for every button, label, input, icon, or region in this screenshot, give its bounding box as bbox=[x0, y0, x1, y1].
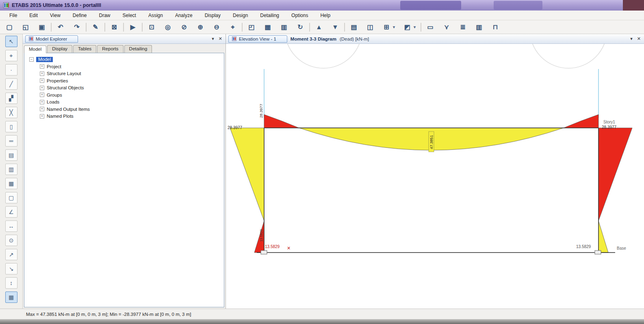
lock-model-button[interactable]: ⊠ bbox=[109, 22, 119, 32]
quick-draw-braces-tool[interactable]: ╳ bbox=[5, 107, 17, 118]
toolbar-separator[interactable] bbox=[86, 23, 87, 32]
menu-item[interactable]: Draw bbox=[93, 11, 117, 20]
toolbar-separator[interactable] bbox=[242, 23, 243, 32]
toolbar-separator[interactable] bbox=[421, 23, 421, 32]
draw-frame-tool[interactable]: ╱ bbox=[5, 78, 17, 90]
collapse-panel-icon[interactable]: ▾ bbox=[630, 36, 633, 41]
expand-twisty-icon[interactable]: + bbox=[40, 100, 44, 104]
three-d-view-button[interactable]: ◰ bbox=[246, 22, 257, 32]
edit-view-button[interactable]: ◫ bbox=[365, 22, 375, 32]
tree-item[interactable]: + Project bbox=[26, 63, 222, 70]
close-panel-icon[interactable]: ✕ bbox=[637, 36, 641, 41]
explorer-tab[interactable]: Detailing bbox=[124, 45, 152, 53]
quick-draw-frame-tool[interactable]: ▞ bbox=[5, 93, 17, 104]
snap-intersections-tool[interactable]: ↕ bbox=[5, 277, 17, 289]
rotate-view-button[interactable]: ↻ bbox=[295, 22, 306, 32]
tree-item[interactable]: + Named Output Items bbox=[26, 106, 222, 113]
shift-story-down-button[interactable]: ▼ bbox=[330, 22, 340, 32]
tree-item[interactable]: + Loads bbox=[26, 99, 222, 106]
previous-zoom-button[interactable]: ⊘ bbox=[179, 22, 189, 32]
menu-item[interactable]: File bbox=[3, 11, 23, 20]
explorer-tab[interactable]: Display bbox=[47, 45, 72, 53]
toolbar-separator[interactable] bbox=[344, 23, 345, 32]
edit-pencil-button[interactable]: ✎ bbox=[90, 22, 101, 32]
expand-twisty-icon[interactable]: + bbox=[40, 71, 44, 76]
snap-lines-tool[interactable]: ↘ bbox=[5, 263, 17, 274]
show-deformed-shape-button[interactable]: ≣ bbox=[458, 22, 468, 32]
plan-view-button[interactable]: ▦ bbox=[262, 22, 273, 32]
menu-item[interactable]: Display bbox=[199, 11, 227, 20]
reshape-tool[interactable]: ⌖ bbox=[5, 50, 17, 61]
menu-item[interactable]: Design bbox=[227, 11, 254, 20]
left-support[interactable] bbox=[261, 251, 267, 254]
menu-item[interactable]: Detailing bbox=[254, 11, 285, 20]
new-model-button[interactable]: ▢ bbox=[4, 22, 15, 32]
elevation-view-title-tab[interactable]: Elevation View - 1 bbox=[228, 35, 287, 43]
expand-twisty-icon[interactable]: + bbox=[40, 78, 44, 83]
draw-reference-point-tool[interactable]: ⊙ bbox=[5, 235, 17, 246]
quick-draw-wall-tool[interactable]: ▥ bbox=[5, 164, 17, 175]
run-analysis-button[interactable]: ▶ bbox=[128, 22, 138, 32]
menu-item[interactable]: Assign bbox=[142, 11, 169, 20]
draw-wall-tool[interactable]: ▤ bbox=[5, 149, 17, 161]
zoom-in-button[interactable]: ⊕ bbox=[195, 22, 206, 32]
draw-floor-tool[interactable]: ▦ bbox=[5, 178, 17, 189]
model-tables-button[interactable]: ▤ bbox=[349, 22, 359, 32]
toolbar-separator[interactable] bbox=[309, 23, 310, 32]
elevation-view-canvas[interactable]: 28.3977 28.3977 47.3851 Story1 28.3977 1… bbox=[226, 44, 644, 309]
quick-draw-column-tool[interactable]: ▯ bbox=[5, 121, 17, 132]
expand-twisty-icon[interactable]: + bbox=[40, 64, 44, 69]
menu-item[interactable]: Analyze bbox=[169, 11, 199, 20]
show-member-forces-button[interactable]: ▥ bbox=[474, 22, 484, 32]
draw-joint-tool[interactable]: · bbox=[5, 64, 17, 76]
tree-root-row[interactable]: − Model bbox=[26, 56, 222, 63]
tree-root-label[interactable]: Model bbox=[36, 57, 53, 62]
explorer-tab[interactable]: Tables bbox=[73, 45, 96, 53]
expand-twisty-icon[interactable]: + bbox=[40, 93, 44, 97]
expand-twisty-icon[interactable]: + bbox=[40, 114, 44, 119]
collapse-panel-icon[interactable]: ▾ bbox=[212, 36, 214, 41]
toolbar-separator[interactable] bbox=[104, 23, 105, 32]
quick-draw-beam-tool[interactable]: ═ bbox=[5, 135, 17, 147]
zoom-out-button[interactable]: ⊖ bbox=[211, 22, 222, 32]
rubber-band-zoom-button[interactable]: ⊡ bbox=[146, 22, 157, 32]
toolbar-separator[interactable] bbox=[123, 23, 124, 32]
menu-item[interactable]: Options bbox=[285, 11, 314, 20]
toolbar-separator[interactable] bbox=[51, 23, 52, 32]
draw-dimension-tool[interactable]: ↔ bbox=[5, 220, 17, 232]
expand-twisty-icon[interactable]: + bbox=[40, 107, 44, 111]
pan-button[interactable]: ⌖ bbox=[228, 22, 238, 32]
redo-button[interactable]: ↷ bbox=[72, 22, 82, 32]
story-grid-tool[interactable]: ▦ bbox=[5, 292, 17, 303]
tree-item[interactable]: + Structure Layout bbox=[26, 70, 222, 78]
right-support[interactable] bbox=[595, 251, 601, 254]
model-explorer-title-tab[interactable]: Model Explorer bbox=[25, 35, 78, 43]
save-model-button[interactable]: ▣ bbox=[37, 22, 47, 32]
draw-links-tool[interactable]: ∠ bbox=[5, 206, 17, 218]
tree-item[interactable]: + Groups bbox=[26, 91, 222, 99]
undo-button[interactable]: ↶ bbox=[55, 22, 66, 32]
restore-full-view-button[interactable]: ◎ bbox=[163, 22, 173, 32]
object-visibility-caret[interactable]: ▾ bbox=[412, 22, 417, 32]
menu-item[interactable]: Select bbox=[117, 11, 142, 20]
menu-item[interactable]: Edit bbox=[23, 11, 44, 20]
menu-item[interactable]: View bbox=[44, 11, 67, 20]
select-poly-button[interactable]: ⋎ bbox=[441, 22, 452, 32]
explorer-tab[interactable]: Reports bbox=[97, 45, 123, 53]
walkthrough-view-button[interactable]: ⊓ bbox=[490, 22, 501, 32]
open-model-button[interactable]: ◱ bbox=[20, 22, 31, 32]
explorer-tab[interactable]: Model bbox=[24, 45, 46, 53]
snap-points-tool[interactable]: ↗ bbox=[5, 249, 17, 260]
elevation-view-button[interactable]: ▥ bbox=[279, 22, 289, 32]
menu-item[interactable]: Help bbox=[314, 11, 336, 20]
shift-story-up-button[interactable]: ▲ bbox=[314, 22, 324, 32]
tree-item[interactable]: + Properties bbox=[26, 77, 222, 84]
select-pointer-tool[interactable]: ↖ bbox=[5, 36, 17, 47]
menu-item[interactable]: Define bbox=[67, 11, 93, 20]
draw-opening-tool[interactable]: ▢ bbox=[5, 192, 17, 203]
tree-item[interactable]: + Named Plots bbox=[26, 113, 222, 120]
expand-twisty-icon[interactable]: + bbox=[40, 86, 44, 90]
object-visibility-button[interactable]: ◩ bbox=[402, 22, 412, 32]
tree-item[interactable]: + Structural Objects bbox=[26, 84, 222, 92]
select-rectangle-button[interactable]: ▭ bbox=[425, 22, 436, 32]
